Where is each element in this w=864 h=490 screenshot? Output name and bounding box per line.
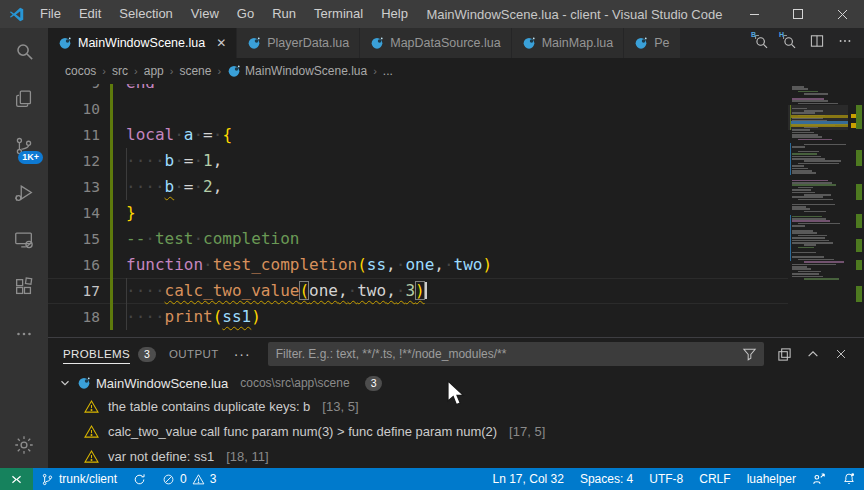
tab-mainmap-lua[interactable]: MainMap.lua [512, 28, 625, 58]
code-line-18[interactable]: 18····print(ss1) [48, 304, 788, 330]
breadcrumb-item-src[interactable]: src [112, 64, 128, 78]
code-editor[interactable]: 9end1011local·a·=·{12····b·=·1,13····b·=… [48, 84, 864, 337]
ruler-warning-mark [851, 123, 856, 128]
feedback-icon [812, 472, 826, 486]
activitybar-extensions[interactable] [0, 263, 48, 310]
code-line-14[interactable]: 14} [48, 200, 788, 226]
eol-sequence[interactable]: CRLF [691, 468, 738, 490]
text-caret [425, 282, 427, 299]
tab-playerdata-lua[interactable]: PlayerData.lua [237, 28, 360, 58]
indent-guide [126, 148, 127, 174]
menu-view[interactable]: View [182, 0, 228, 28]
panel-more-tabs-icon[interactable]: ··· [234, 346, 251, 362]
line-number: 16 [48, 252, 110, 278]
git-branch-item[interactable]: trunk/client [33, 468, 125, 490]
remote-indicator[interactable] [0, 468, 33, 490]
breadcrumb-label: src [112, 64, 128, 78]
problem-row[interactable]: calc_two_value call func param num(3) > … [48, 419, 864, 444]
problems-filter-input[interactable] [268, 347, 764, 361]
code-line-16[interactable]: 16function·test_completion(ss,·one,·two) [48, 252, 788, 278]
tab-mapdatasource-lua[interactable]: MapDataSource.lua [360, 28, 511, 58]
search-icon [13, 40, 36, 63]
code-line-12[interactable]: 12····b·=·1, [48, 148, 788, 174]
activitybar-search[interactable] [0, 28, 48, 75]
minimap[interactable] [788, 84, 864, 337]
tab-pe[interactable]: Pe [624, 28, 679, 58]
chevron-down-icon[interactable] [58, 376, 72, 390]
menu-file[interactable]: File [31, 0, 70, 28]
breadcrumb-item-cocos[interactable]: cocos [65, 64, 96, 78]
menu-go[interactable]: Go [228, 0, 263, 28]
feedback-item[interactable] [804, 468, 834, 490]
breadcrumb-item-scene[interactable]: scene [179, 64, 211, 78]
breadcrumb-separator-icon: › [217, 65, 221, 77]
code-line-13[interactable]: 13····b·=·2, [48, 174, 788, 200]
code-line-15[interactable]: 15--·test·completion [48, 226, 788, 252]
problems-counts[interactable]: 0 3 [154, 468, 224, 490]
breadcrumb-label: app [144, 64, 164, 78]
split-editor-icon [809, 33, 825, 53]
panel-tab-problems[interactable]: PROBLEMS3 [63, 338, 156, 370]
ruler-change-mark [856, 286, 862, 302]
ruler-change-mark [856, 239, 862, 252]
editor-action-search-h[interactable]: H [776, 30, 802, 56]
whitespace-dots: ···· [126, 281, 165, 300]
minimap-slider[interactable] [788, 105, 848, 130]
menu-run[interactable]: Run [263, 0, 305, 28]
breadcrumb-label: ... [383, 64, 393, 78]
panel-tab-label: PROBLEMS [63, 344, 130, 364]
line-number: 13 [48, 174, 110, 200]
activitybar-remote-explorer[interactable] [0, 216, 48, 263]
minimize-button[interactable] [732, 0, 776, 28]
line-content [113, 96, 788, 122]
menu-help[interactable]: Help [372, 0, 417, 28]
panel-tab-output[interactable]: OUTPUT [169, 338, 219, 370]
code-line-17[interactable]: 17····calc_two_value(one,·two,·3) [48, 278, 788, 304]
sync-item[interactable] [125, 468, 154, 490]
cursor-position[interactable]: Ln 17, Col 32 [485, 468, 572, 490]
tab-close-icon[interactable]: ✕ [216, 36, 226, 50]
filter-icon[interactable] [742, 346, 757, 361]
maximize-panel-icon[interactable] [806, 347, 820, 361]
problem-message: calc_two_value call func param num(3) > … [108, 424, 497, 439]
tab-bar: MainWindowScene.lua✕PlayerData.luaMapDat… [48, 28, 864, 58]
close-panel-icon[interactable] [834, 347, 848, 361]
tab-label: MainWindowScene.lua [78, 36, 205, 50]
lua-file-icon [227, 64, 241, 78]
breadcrumb-item-app[interactable]: app [144, 64, 164, 78]
ruler-change-mark [856, 260, 862, 270]
indentation[interactable]: Spaces: 4 [572, 468, 641, 490]
language-mode[interactable]: luahelper [739, 468, 804, 490]
indent-guide [126, 174, 127, 200]
editor-action-search-b[interactable]: B [748, 30, 774, 56]
encoding[interactable]: UTF-8 [641, 468, 691, 490]
close-window-button[interactable] [820, 0, 864, 28]
open-in-editor-icon[interactable] [777, 347, 792, 362]
overview-ruler[interactable] [850, 84, 864, 337]
line-number: 17 [48, 278, 110, 304]
activitybar-source-control[interactable]: 1K+ [0, 122, 48, 169]
line-content: ····calc_two_value(one,·two,·3) [113, 278, 788, 304]
editor-action-more[interactable] [832, 30, 858, 56]
menu-edit[interactable]: Edit [70, 0, 110, 28]
indent-guide [126, 278, 127, 304]
activitybar-more[interactable] [0, 310, 48, 357]
menu-terminal[interactable]: Terminal [305, 0, 372, 28]
menu-selection[interactable]: Selection [110, 0, 181, 28]
activitybar-run-debug[interactable] [0, 169, 48, 216]
notifications-item[interactable] [834, 468, 864, 490]
editor-action-split-editor[interactable] [804, 30, 830, 56]
breadcrumb-item--[interactable]: ... [383, 64, 393, 78]
branch-name: trunk/client [59, 472, 117, 486]
maximize-button[interactable] [776, 0, 820, 28]
ruler-warning-mark [851, 114, 856, 118]
activitybar-explorer[interactable] [0, 75, 48, 122]
activitybar-settings[interactable] [0, 421, 48, 468]
breadcrumb-item-mainwindowscene-lua[interactable]: MainWindowScene.lua [227, 64, 367, 78]
warning-icon [84, 399, 99, 414]
code-line-11[interactable]: 11local·a·=·{ [48, 122, 788, 148]
tab-mainwindowscene-lua[interactable]: MainWindowScene.lua✕ [48, 28, 237, 58]
code-line-10[interactable]: 10 [48, 96, 788, 122]
problem-row[interactable]: var not define: ss1[18, 11] [48, 444, 864, 468]
code-line-9[interactable]: 9end [48, 84, 788, 96]
